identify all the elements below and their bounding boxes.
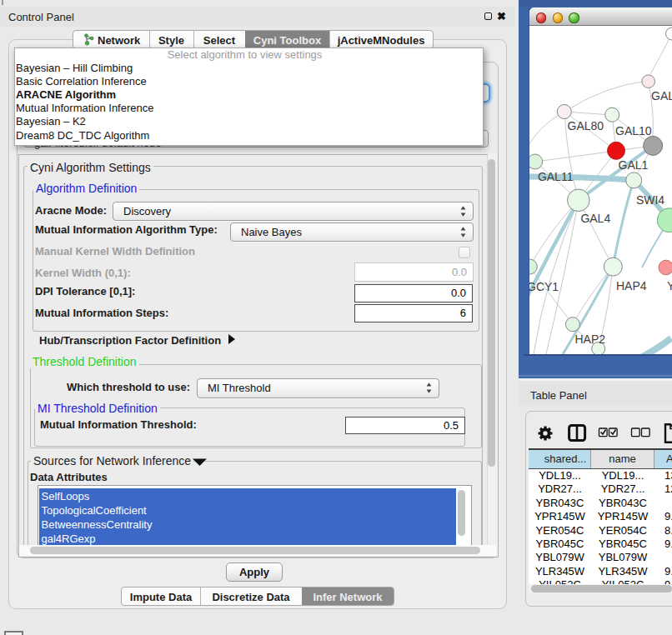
svg-text:GAL1: GAL1 <box>619 158 649 172</box>
svg-text:HAP4: HAP4 <box>616 279 647 292</box>
svg-text:GAL80: GAL80 <box>568 119 604 132</box>
svg-text:GCY1: GCY1 <box>529 280 559 293</box>
svg-text:SWI4: SWI4 <box>636 193 664 207</box>
svg-text:GAL11: GAL11 <box>538 170 574 183</box>
svg-text:GAL2: GAL2 <box>651 89 672 102</box>
svg-text:Y: Y <box>667 279 672 292</box>
svg-text:HAP2: HAP2 <box>575 332 606 346</box>
svg-text:GAL4: GAL4 <box>580 212 610 225</box>
svg-text:GAL10: GAL10 <box>615 124 652 138</box>
